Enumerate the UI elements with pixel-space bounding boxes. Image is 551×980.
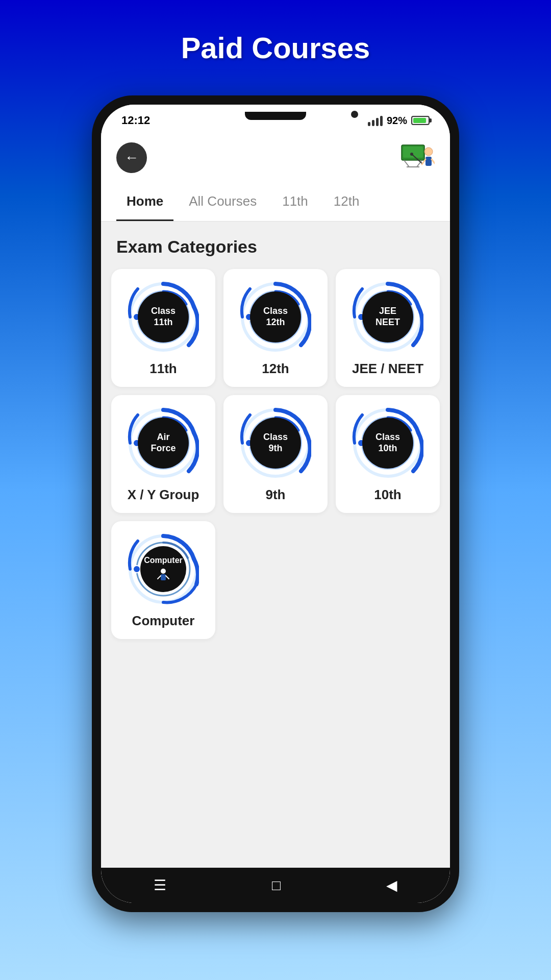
category-card-computer[interactable]: Computer Computer (111, 521, 215, 639)
nav-tabs: Home All Courses 11th 12th (101, 183, 450, 222)
section-title: Exam Categories (111, 237, 440, 257)
back-button[interactable]: ← (116, 142, 147, 173)
svg-line-36 (166, 576, 169, 579)
bottom-nav-menu[interactable]: ☰ (154, 877, 166, 894)
category-label-class12: 12th (262, 361, 289, 377)
logo-area (399, 144, 435, 172)
tab-11th[interactable]: 11th (272, 183, 318, 221)
category-icon-computer: Computer (128, 533, 199, 605)
battery-icon (411, 116, 430, 125)
page-title: Paid Courses (181, 31, 370, 65)
tab-home[interactable]: Home (116, 183, 173, 221)
category-label-air-force: X / Y Group (128, 487, 199, 503)
category-icon-class10: Class10th (352, 407, 423, 479)
category-card-class12[interactable]: Class12th 12th (223, 269, 328, 387)
tab-12th[interactable]: 12th (323, 183, 370, 221)
phone-frame: 12:12 92% ← (92, 95, 459, 912)
category-card-class9[interactable]: Class9th 9th (223, 395, 328, 513)
svg-line-8 (432, 159, 435, 163)
svg-line-35 (158, 576, 161, 579)
svg-point-32 (133, 566, 140, 573)
bottom-nav-back[interactable]: ◀ (386, 877, 397, 894)
phone-screen: 12:12 92% ← (101, 105, 450, 903)
tab-all-courses[interactable]: All Courses (179, 183, 267, 221)
app-header: ← (101, 132, 450, 183)
category-card-class11[interactable]: Class11th 11th (111, 269, 215, 387)
battery-percent: 92% (387, 115, 407, 127)
status-right: 92% (368, 115, 430, 127)
category-icon-air-force: AirForce (128, 407, 199, 479)
category-label-class10: 10th (374, 487, 401, 503)
category-icon-jee-neet: JEENEET (352, 281, 423, 353)
status-bar: 12:12 92% (101, 105, 450, 132)
svg-line-2 (404, 160, 409, 167)
svg-rect-6 (425, 157, 432, 166)
svg-rect-1 (403, 146, 423, 158)
category-icon-class12: Class12th (240, 281, 311, 353)
category-card-jee-neet[interactable]: JEENEET JEE / NEET (336, 269, 440, 387)
categories-grid: Class11th 11th (111, 269, 440, 639)
svg-rect-34 (161, 574, 166, 580)
teacher-icon (399, 144, 435, 172)
category-label-computer: Computer (132, 613, 195, 629)
category-label-jee-neet: JEE / NEET (352, 361, 423, 377)
signal-icon (368, 115, 383, 126)
svg-point-33 (161, 569, 166, 574)
category-icon-class11: Class11th (128, 281, 199, 353)
category-label-class11: 11th (149, 361, 177, 377)
status-time: 12:12 (121, 114, 150, 127)
svg-point-10 (410, 153, 413, 156)
category-label-class9: 9th (266, 487, 286, 503)
category-icon-class9: Class9th (240, 407, 311, 479)
category-card-air-force[interactable]: AirForce X / Y Group (111, 395, 215, 513)
content-area: Exam Categories (101, 222, 450, 868)
category-card-class10[interactable]: Class10th 10th (336, 395, 440, 513)
svg-point-5 (424, 148, 433, 156)
bottom-nav: ☰ □ ◀ (101, 868, 450, 903)
bottom-nav-home[interactable]: □ (272, 877, 281, 894)
